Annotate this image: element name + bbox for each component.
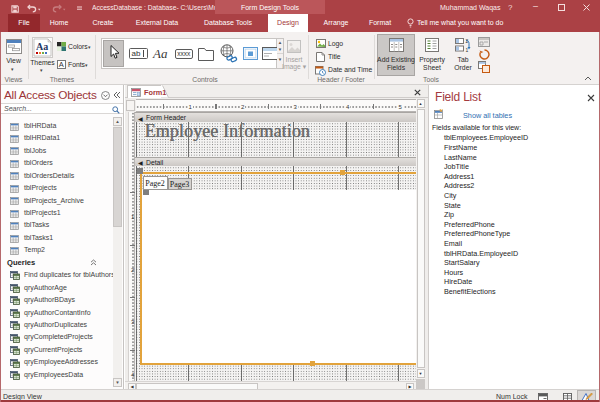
svg-text:Aa: Aa <box>36 41 48 52</box>
svg-text:2: 2 <box>466 38 469 44</box>
svg-text:xxxx: xxxx <box>177 50 191 57</box>
svg-text:1: 1 <box>466 47 469 53</box>
svg-text:ab: ab <box>132 49 141 58</box>
svg-text:A: A <box>59 60 64 69</box>
